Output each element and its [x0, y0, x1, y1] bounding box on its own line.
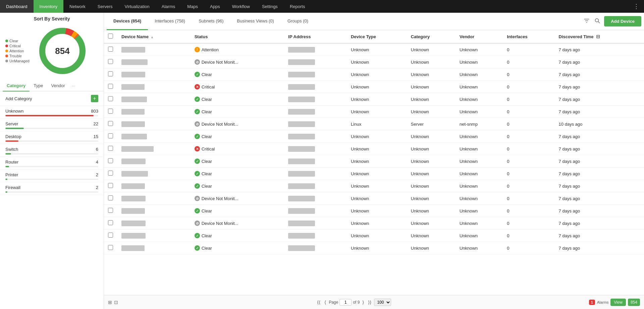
table-row[interactable]: W██████3vs ✕ Critical 172.█████ Unknown … — [104, 143, 644, 155]
tab-vendor[interactable]: Vendor — [47, 80, 69, 91]
col-ip[interactable]: IP Address — [284, 30, 347, 43]
table-row[interactable]: Vis█████ ✓ Clear 172.█████ Unknown Unkno… — [104, 230, 644, 242]
row-checkbox[interactable] — [108, 233, 113, 238]
row-checkbox[interactable] — [108, 47, 113, 52]
add-category-button[interactable]: + — [91, 95, 98, 102]
prev-page-button[interactable]: ⟨ — [323, 299, 327, 306]
nav-item-workflow[interactable]: Workflow — [226, 0, 256, 13]
nav-item-inventory[interactable]: Inventory — [34, 0, 63, 13]
page-number-input[interactable] — [339, 299, 352, 306]
category-item[interactable]: Server 22 — [0, 119, 104, 131]
ip-address-link[interactable]: 172.█████ — [288, 121, 315, 127]
left-panel: Sort By Severity Clear Critical Attentio… — [0, 13, 104, 309]
nav-item-maps[interactable]: Maps — [181, 0, 204, 13]
row-checkbox[interactable] — [108, 121, 113, 126]
row-checkbox[interactable] — [108, 158, 113, 163]
col-device-type[interactable]: Device Type — [347, 30, 407, 43]
col-interfaces[interactable]: Interfaces — [503, 30, 554, 43]
ip-address-link[interactable]: 172.█████ — [288, 72, 315, 77]
table-row[interactable]: Z██████ ✓ Clear 172.█████ Unknown Unknow… — [104, 68, 644, 81]
nav-item-dashboard[interactable]: Dashboard — [0, 0, 34, 13]
ip-address-link[interactable]: 172.█████ — [288, 245, 315, 251]
table-row[interactable]: Vis█████ ⊘ Device Not Monit... 172.█████… — [104, 192, 644, 205]
nav-item-virtualization[interactable]: Virtualization — [119, 0, 156, 13]
col-vendor[interactable]: Vendor — [455, 30, 503, 43]
status-cell: ✕ Critical — [191, 81, 284, 93]
row-checkbox[interactable] — [108, 96, 113, 101]
next-page-button[interactable]: ⟩ — [361, 299, 365, 306]
row-checkbox[interactable] — [108, 183, 113, 188]
tab-category[interactable]: Category — [3, 80, 30, 91]
row-checkbox[interactable] — [108, 84, 113, 89]
row-checkbox[interactable] — [108, 171, 113, 176]
columns-icon[interactable]: ⊟ — [596, 34, 600, 39]
filter-button[interactable] — [583, 17, 591, 26]
category-item[interactable]: Firewall 2 — [0, 182, 104, 195]
ip-address-link[interactable]: 172.█████ — [288, 171, 315, 177]
export-table-button[interactable]: ⊞ — [108, 300, 112, 305]
ip-address-link[interactable]: 172.█████ — [288, 84, 315, 90]
row-checkbox[interactable] — [108, 133, 113, 138]
nav-item-reports[interactable]: Reports — [284, 0, 311, 13]
table-row[interactable]: Vish████ ✓ Clear 172.█████ Unknown Unkno… — [104, 180, 644, 192]
table-row[interactable]: Ya█████ ✓ Clear 172.█████ Unknown Unknow… — [104, 106, 644, 118]
tab-more[interactable]: ··· — [69, 80, 78, 91]
table-row[interactable]: V██████3 ✓ Clear 172.█████ Unknown Unkno… — [104, 168, 644, 180]
nav-item-apps[interactable]: Apps — [204, 0, 226, 13]
tab-subnets[interactable]: Subnets (96) — [192, 13, 230, 30]
last-page-button[interactable]: ⟩⟩ — [367, 299, 373, 306]
nav-more-button[interactable]: ⋮ — [629, 0, 644, 13]
table-row[interactable]: W██████ ✓ Clear 172.█████ Unknown Unknow… — [104, 130, 644, 143]
top-navigation: Dashboard Inventory Network Servers Virt… — [0, 0, 644, 13]
table-row[interactable]: Z██████ ! Attention 172.█████ Unknown Un… — [104, 43, 644, 56]
row-checkbox[interactable] — [108, 59, 113, 64]
discovered-cell: 10 days ago — [555, 118, 644, 130]
legend-dot-critical — [5, 45, 8, 47]
interfaces-cell: 0 — [503, 43, 554, 56]
row-checkbox[interactable] — [108, 245, 113, 250]
col-discovered[interactable]: Discovered Time ⊟ — [555, 30, 644, 43]
tab-businessviews[interactable]: Business Views (0) — [230, 13, 281, 30]
ip-address-link[interactable]: 172.█████ — [288, 47, 315, 53]
page-size-select[interactable]: 100 50 25 — [374, 299, 391, 306]
status-cell: ✓ Clear — [191, 68, 284, 81]
nav-item-network[interactable]: Network — [63, 0, 92, 13]
search-button[interactable] — [593, 17, 601, 26]
table-row[interactable]: █████59 ✕ Critical 172.█████ Unknown Unk… — [104, 81, 644, 93]
col-category[interactable]: Category — [407, 30, 455, 43]
col-status[interactable]: Status — [191, 30, 284, 43]
export-csv-button[interactable]: ⊡ — [114, 300, 118, 305]
row-checkbox[interactable] — [108, 208, 113, 213]
row-checkbox[interactable] — [108, 146, 113, 151]
table-row[interactable]: Vit█████ ✓ Clear 172.█████ Unknown Unkno… — [104, 242, 644, 254]
table-row[interactable]: Z██████2 ⊘ Device Not Monit... 172.█████… — [104, 56, 644, 68]
category-item[interactable]: Unknown 803 — [0, 106, 104, 119]
select-all-checkbox[interactable] — [108, 34, 113, 39]
category-cell: Unknown — [407, 217, 455, 230]
category-item[interactable]: Router 4 — [0, 157, 104, 170]
table-row[interactable]: Vis█████ ⊘ Device Not Monit... 172.█████… — [104, 217, 644, 230]
tab-groups[interactable]: Groups (0) — [281, 13, 315, 30]
row-checkbox[interactable] — [108, 195, 113, 200]
table-row[interactable]: V██████ ✓ Clear 172.█████ Unknown Unknow… — [104, 155, 644, 168]
discovered-cell: 7 days ago — [555, 230, 644, 242]
first-page-button[interactable]: ⟨⟨ — [316, 299, 322, 306]
tab-interfaces[interactable]: Interfaces (758) — [148, 13, 192, 30]
table-row[interactable]: x██████ ⊘ Device Not Monit... 172.█████ … — [104, 118, 644, 130]
add-device-button[interactable]: Add Device — [604, 16, 641, 26]
nav-item-settings[interactable]: Settings — [256, 0, 284, 13]
category-item[interactable]: Desktop 15 — [0, 131, 104, 144]
nav-item-servers[interactable]: Servers — [92, 0, 119, 13]
row-checkbox[interactable] — [108, 71, 113, 76]
tab-type[interactable]: Type — [30, 80, 47, 91]
table-row[interactable]: Vish████ ✓ Clear 172.█████ Unknown Unkno… — [104, 205, 644, 217]
table-row[interactable]: Ya█████5 ✓ Clear 172.█████ Unknown Unkno… — [104, 93, 644, 106]
category-item[interactable]: Switch 6 — [0, 144, 104, 157]
row-checkbox[interactable] — [108, 220, 113, 225]
category-item[interactable]: Printer 2 — [0, 170, 104, 182]
ip-cell: 172.█████ — [284, 192, 347, 205]
nav-item-alarms[interactable]: Alarms — [156, 0, 181, 13]
tab-devices[interactable]: Devices (854) — [107, 13, 148, 30]
view-button[interactable]: View — [610, 299, 626, 306]
row-checkbox[interactable] — [108, 109, 113, 114]
